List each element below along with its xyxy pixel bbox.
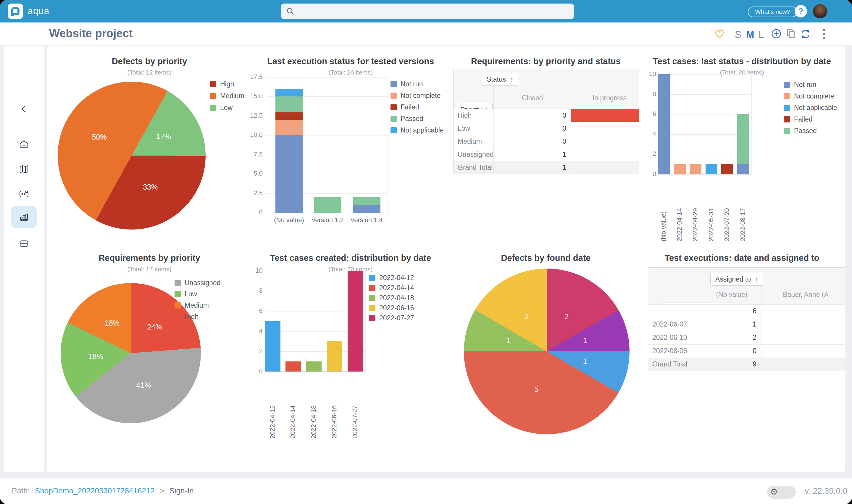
help-icon[interactable]: ? [795, 5, 807, 17]
refresh-icon[interactable] [799, 27, 812, 41]
gridline [266, 77, 387, 77]
table-cell[interactable] [761, 331, 845, 344]
table-cell[interactable] [761, 304, 845, 318]
pie-chart[interactable] [464, 269, 630, 434]
table-cell[interactable]: 1 [493, 148, 571, 161]
bar-segment[interactable] [353, 205, 380, 213]
bar-segment[interactable] [706, 164, 718, 174]
legend-swatch [369, 315, 376, 321]
size-large-button[interactable]: L [759, 29, 764, 40]
whats-new-button[interactable]: What's new? [748, 6, 798, 17]
bar-segment[interactable] [286, 361, 301, 372]
table-cell[interactable]: 6 [702, 304, 761, 318]
project-toolbar: Website project S M L [0, 22, 852, 45]
table-cell[interactable]: 2 [702, 331, 761, 344]
bar-segment[interactable] [314, 197, 341, 213]
table-cell[interactable]: 1 [571, 135, 639, 148]
column-sort-button[interactable]: Assigned to↑ [710, 273, 763, 286]
bar-segment[interactable] [353, 197, 380, 205]
bar-segment[interactable] [737, 164, 749, 174]
legend-item: High [175, 312, 199, 321]
legend-label: Failed [401, 103, 419, 111]
table-cell[interactable]: 0 [493, 135, 571, 148]
size-small-button[interactable]: S [735, 29, 741, 40]
bar-segment[interactable] [275, 89, 303, 96]
legend-swatch [369, 285, 376, 291]
gridline [266, 372, 365, 372]
sidebar-item-specifications[interactable] [18, 163, 30, 175]
x-tick-label: 2022-06-16 [330, 375, 339, 439]
bar-segment[interactable] [275, 120, 303, 135]
avatar[interactable] [813, 4, 827, 18]
column-sort-button[interactable]: Status↑ [482, 73, 518, 86]
bar-segment[interactable] [737, 114, 749, 164]
add-widget-icon[interactable] [770, 27, 783, 40]
size-medium-button[interactable]: M [746, 29, 755, 40]
bar-segment[interactable] [306, 361, 322, 372]
widget-requirements-priority-status: Requirements: by priority and status Sta… [453, 54, 639, 246]
sidebar-item-home[interactable] [18, 139, 30, 150]
legend-label: Medium [185, 301, 209, 309]
table-cell[interactable] [761, 358, 845, 371]
table-cell[interactable] [761, 344, 845, 358]
pie-slice-label: 41% [129, 381, 158, 390]
bar-segment[interactable] [265, 321, 280, 372]
table-cell[interactable]: 1 [571, 148, 639, 161]
pie-slice-label: 2 [512, 312, 542, 321]
legend-item: 2022-04-12 [369, 273, 414, 282]
pivot-column-header: In progress [571, 87, 639, 109]
y-tick-label: 8 [249, 287, 263, 294]
widget-defects-by-priority: Defects by priority (Total: 12 items) 17… [50, 54, 249, 246]
table-cell[interactable]: 0 [702, 344, 761, 358]
table-cell[interactable]: 9 [702, 358, 761, 371]
sort-arrow-icon: ↑ [510, 75, 513, 83]
table-cell[interactable]: 1 [702, 318, 761, 331]
bar-segment[interactable] [721, 164, 733, 174]
legend-item: 2022-07-27 [369, 313, 414, 322]
pie-slice-label: 1 [493, 336, 523, 345]
legend-item: Medium [210, 91, 244, 100]
settings-toggle[interactable]: ⚙ [767, 486, 796, 499]
table-cell[interactable]: 0 [493, 109, 571, 122]
path-project-link[interactable]: ShopDemo_202203301728416212 [35, 486, 155, 495]
bar-segment[interactable] [327, 341, 342, 372]
aqua-logo-icon[interactable] [8, 3, 23, 19]
row-label [652, 304, 702, 318]
legend-item: Not run [391, 79, 423, 88]
legend-label: Low [220, 104, 233, 112]
table-cell[interactable]: 0 [493, 122, 571, 135]
bar-segment[interactable] [658, 74, 670, 174]
more-menu-icon[interactable] [822, 29, 826, 41]
search-input[interactable] [298, 7, 569, 15]
table-cell[interactable] [761, 318, 845, 331]
bar-segment[interactable] [674, 164, 686, 174]
bar-segment[interactable] [275, 135, 303, 213]
collapse-sidebar-button[interactable] [18, 103, 30, 115]
favorite-heart-icon[interactable] [713, 27, 726, 40]
app-window: aqua What's new? ? Website project S M L [0, 0, 852, 504]
table-cell[interactable]: 5 [571, 161, 639, 174]
sort-arrow-icon: ↑ [755, 275, 758, 283]
table-cell[interactable]: 1 [493, 161, 571, 174]
legend-label: 2022-06-16 [379, 304, 414, 312]
widget-requirements-by-priority: Requirements by priority (Total: 17 item… [50, 250, 249, 468]
sidebar-item-scripts[interactable] [18, 188, 30, 200]
search-bar[interactable] [281, 3, 574, 19]
copy-icon[interactable] [784, 27, 798, 40]
legend-swatch [210, 105, 216, 111]
sidebar-item-dashboards[interactable] [18, 238, 30, 250]
table-cell[interactable]: 1 [571, 122, 639, 135]
pivot-table: Assigned to↑Last execution date↑(No valu… [648, 267, 845, 371]
x-tick-label: 2022-04-29 [691, 178, 700, 241]
gridline [266, 213, 387, 213]
row-label: Grand Total [458, 161, 493, 174]
bar-segment[interactable] [275, 112, 303, 120]
breadcrumb: Path: ShopDemo_202203301728416212 > Sign… [12, 486, 194, 496]
table-cell[interactable]: 2 [571, 109, 639, 122]
pie-chart[interactable] [58, 82, 205, 230]
bar-segment[interactable] [690, 164, 702, 174]
bar-segment[interactable] [275, 96, 303, 112]
sidebar-item-reports[interactable] [18, 211, 30, 223]
legend-label: Not applicable [401, 126, 444, 134]
bar-segment[interactable] [348, 271, 363, 372]
